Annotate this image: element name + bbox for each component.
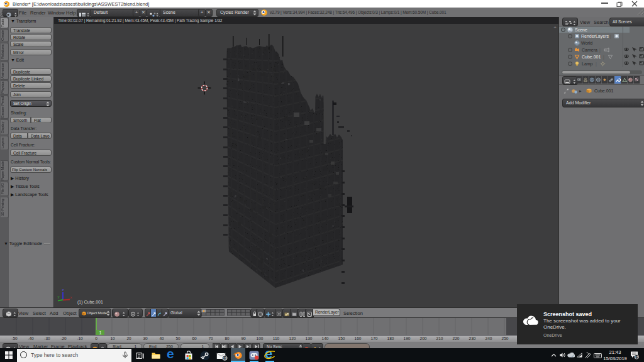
- svg-text:z: z: [62, 288, 64, 292]
- svg-text:x: x: [70, 295, 72, 299]
- svg-text:15: 15: [635, 355, 638, 359]
- svg-text:13: 13: [223, 356, 226, 360]
- svg-text:y: y: [58, 295, 60, 299]
